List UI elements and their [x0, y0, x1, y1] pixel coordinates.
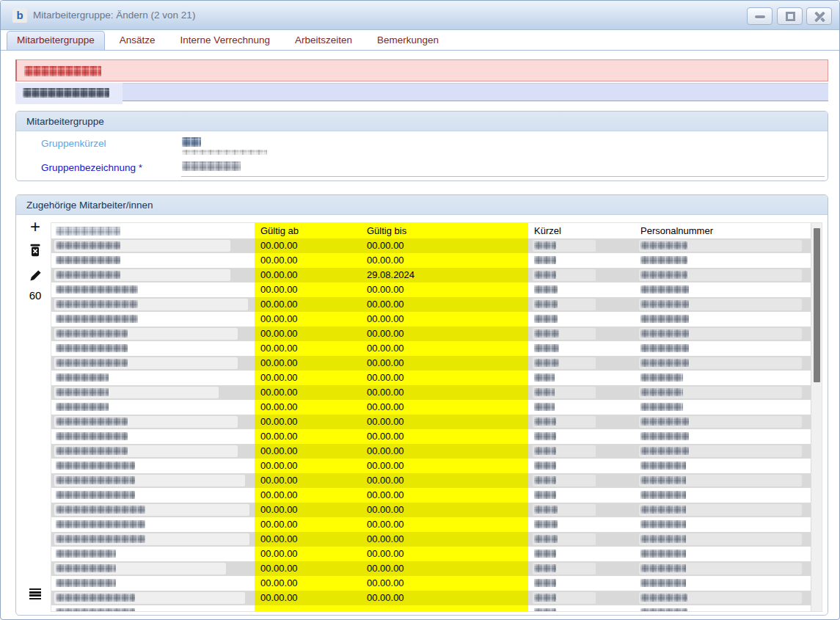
- info-banner[interactable]: [15, 83, 828, 101]
- cell-kuerzel-redacted: [528, 356, 635, 371]
- table-row[interactable]: 00.00.0000.00.00: [51, 473, 811, 488]
- cell-personalnummer-redacted: [635, 532, 811, 547]
- cell-kuerzel-redacted: [528, 561, 635, 576]
- table-row[interactable]: 00.00.0000.00.00: [51, 371, 811, 385]
- table-row[interactable]: 00.00.0000.00.00: [51, 429, 811, 444]
- table-row[interactable]: 00.00.0000.00.00: [51, 385, 811, 400]
- cell-name-redacted: [51, 547, 255, 561]
- cell-personalnummer-redacted: [635, 591, 811, 605]
- cell-personalnummer-redacted: [635, 488, 811, 503]
- cell-gueltig-bis: 00.00.00: [361, 532, 528, 547]
- cell-personalnummer-redacted: [635, 282, 811, 297]
- tab-arbeitszeiten[interactable]: Arbeitszeiten: [285, 31, 362, 50]
- tab-interne-verrechnung[interactable]: Interne Verrechnung: [170, 31, 280, 50]
- table-row[interactable]: 00.00.0000.00.00: [51, 282, 811, 297]
- plus-icon: +: [30, 216, 40, 236]
- cell-gueltig-ab: 00.00.00: [255, 268, 361, 282]
- error-banner: [15, 59, 828, 81]
- cell-name-redacted: [51, 532, 255, 547]
- cell-name-redacted: [51, 238, 255, 253]
- cell-kuerzel-redacted: [528, 547, 635, 561]
- cell-gueltig-ab: 00.00.00: [255, 327, 361, 341]
- cell-gueltig-ab: 00.00.00: [255, 356, 361, 371]
- cell-gueltig-ab: 00.00.00: [255, 385, 361, 400]
- cell-gueltig-ab: 00.00.00: [255, 503, 361, 517]
- cell-name-redacted: [51, 282, 255, 297]
- table-row[interactable]: 00.00.0000.00.00: [51, 488, 811, 503]
- table-row[interactable]: 00.00.0000.00.00: [51, 341, 811, 356]
- tab-bar: MitarbeitergruppeAnsätzeInterne Verrechn…: [1, 30, 839, 51]
- column-header-name-redacted[interactable]: [51, 223, 255, 238]
- cell-kuerzel-redacted: [528, 473, 635, 488]
- table-row[interactable]: 00.00.0029.08.2024: [51, 268, 811, 282]
- table-row[interactable]: 00.00.0000.00.00: [51, 312, 811, 327]
- cell-name-redacted: [51, 561, 255, 576]
- column-header-gueltig-ab[interactable]: Gültig ab: [255, 223, 361, 238]
- cell-gueltig-ab: 00.00.00: [255, 576, 361, 591]
- employee-table: Gültig abGültig bisKürzelPersonalnummer …: [51, 222, 822, 612]
- cell-gueltig-bis: 00.00.00: [361, 488, 528, 503]
- table-row[interactable]: 00.00.0000.00.00: [51, 591, 811, 605]
- cell-gueltig-ab: 00.00.00: [255, 561, 361, 576]
- table-row[interactable]: 00.00.0000.00.00: [51, 532, 811, 547]
- table-row[interactable]: 00.00.0000.00.00: [51, 297, 811, 312]
- add-button[interactable]: +: [26, 218, 45, 236]
- cell-personalnummer-redacted: [635, 356, 811, 371]
- cell-name-redacted: [51, 371, 255, 385]
- cell-kuerzel-redacted: [528, 238, 635, 253]
- cell-name-redacted: [51, 327, 255, 341]
- cell-gueltig-ab: 00.00.00: [255, 238, 361, 253]
- cell-gueltig-ab: [255, 605, 361, 612]
- hamburger-icon: [26, 588, 45, 599]
- minimize-button[interactable]: [747, 7, 773, 25]
- cell-kuerzel-redacted: [528, 297, 635, 312]
- cell-gueltig-ab: 00.00.00: [255, 415, 361, 429]
- tab-ansätze[interactable]: Ansätze: [109, 31, 166, 50]
- table-row[interactable]: 00.00.0000.00.00: [51, 576, 811, 591]
- cell-gueltig-bis: 00.00.00: [361, 341, 528, 356]
- table-row[interactable]: 00.00.0000.00.00: [51, 238, 811, 253]
- cell-gueltig-bis: 00.00.00: [361, 576, 528, 591]
- cell-name-redacted: [51, 356, 255, 371]
- cell-gueltig-bis: 00.00.00: [361, 547, 528, 561]
- table-row[interactable]: 00.00.0000.00.00: [51, 517, 811, 532]
- cell-gueltig-ab: 00.00.00: [255, 253, 361, 268]
- table-row[interactable]: 00.00.0000.00.00: [51, 547, 811, 561]
- table-row[interactable]: 00.00.0000.00.00: [51, 444, 811, 459]
- column-header-kuerzel[interactable]: Kürzel: [528, 223, 635, 238]
- cell-kuerzel-redacted: [528, 576, 635, 591]
- cell-personalnummer-redacted: [635, 473, 811, 488]
- table-row[interactable]: 00.00.0000.00.00: [51, 400, 811, 415]
- delete-button[interactable]: [26, 244, 45, 260]
- table-row[interactable]: 00.00.0000.00.00: [51, 561, 811, 576]
- cell-name-redacted: [51, 385, 255, 400]
- table-row[interactable]: 00.00.0000.00.00: [51, 459, 811, 473]
- column-header-personalnummer[interactable]: Personalnummer: [635, 223, 811, 238]
- table-row[interactable]: 00.00.0000.00.00: [51, 253, 811, 268]
- column-header-gueltig-bis[interactable]: Gültig bis: [361, 223, 528, 238]
- cell-gueltig-bis: 00.00.00: [361, 385, 528, 400]
- scrollbar-thumb[interactable]: [814, 228, 820, 382]
- table-row[interactable]: 00.00.0000.00.00: [51, 503, 811, 517]
- cell-gueltig-bis: 00.00.00: [361, 312, 528, 327]
- field-label-gruppenbezeichnung: Gruppenbezeichnung *: [41, 162, 142, 173]
- table-row[interactable]: 00.00.0000.00.00: [51, 356, 811, 371]
- table-row[interactable]: [51, 605, 811, 612]
- cell-name-redacted: [51, 503, 255, 517]
- cell-gueltig-bis: 00.00.00: [361, 444, 528, 459]
- tab-mitarbeitergruppe[interactable]: Mitarbeitergruppe: [7, 31, 105, 50]
- cell-gueltig-bis: 00.00.00: [361, 327, 528, 341]
- cell-name-redacted: [51, 312, 255, 327]
- cell-gueltig-ab: 00.00.00: [255, 371, 361, 385]
- close-button[interactable]: [806, 7, 832, 25]
- cell-personalnummer-redacted: [635, 400, 811, 415]
- edit-button[interactable]: [26, 269, 45, 285]
- cell-gueltig-bis: 00.00.00: [361, 238, 528, 253]
- cell-personalnummer-redacted: [635, 238, 811, 253]
- table-row[interactable]: 00.00.0000.00.00: [51, 415, 811, 429]
- table-scrollbar[interactable]: [811, 223, 822, 611]
- tab-bemerkungen[interactable]: Bemerkungen: [367, 31, 449, 50]
- table-row[interactable]: 00.00.0000.00.00: [51, 327, 811, 341]
- maximize-button[interactable]: [777, 7, 803, 25]
- menu-button[interactable]: [26, 587, 45, 601]
